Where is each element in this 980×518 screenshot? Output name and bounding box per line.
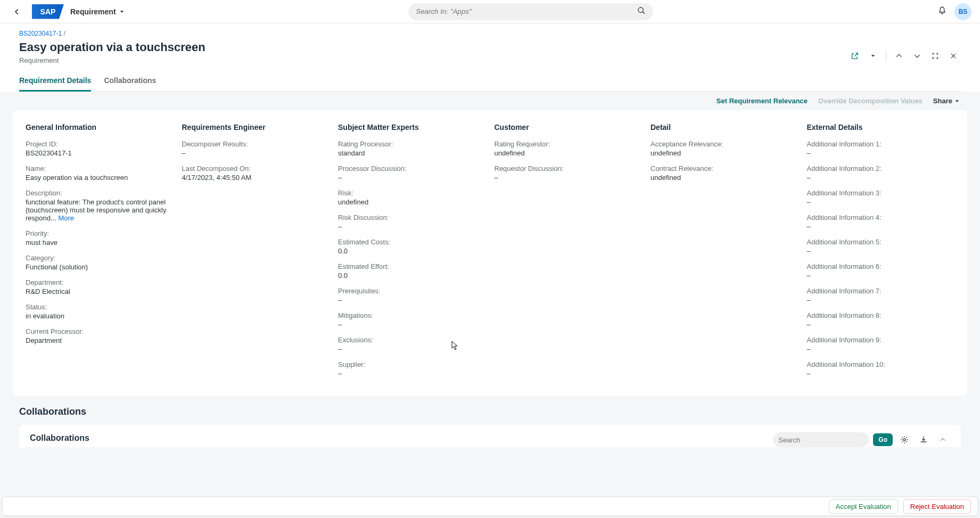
section-heading: Requirements Engineer	[182, 123, 330, 131]
field-label: Processor Discussion:	[338, 165, 486, 172]
field-label: Mitigations:	[338, 311, 486, 319]
field-value: in evaluation	[26, 312, 174, 320]
close-button[interactable]	[946, 48, 961, 63]
field-value: undefined	[650, 149, 798, 157]
more-link[interactable]: More	[58, 214, 74, 222]
avatar[interactable]: BS	[954, 3, 971, 20]
field-value: –	[807, 223, 955, 231]
field-label: Exclusions:	[338, 336, 486, 344]
field-label: Category:	[26, 254, 174, 262]
field-label: Department:	[26, 278, 174, 286]
breadcrumb-sep: /	[62, 30, 65, 37]
field-value: functional feature: The product's contro…	[26, 198, 174, 222]
collaborations-search[interactable]	[773, 432, 869, 447]
field-value: must have	[26, 239, 174, 246]
details-card: General Information Project ID:BS2023041…	[13, 110, 967, 396]
svg-point-0	[638, 7, 643, 12]
tab-collaborations[interactable]: Collaborations	[104, 71, 156, 91]
section-heading: External Details	[807, 123, 955, 131]
section-requirements-engineer: Requirements Engineer Decomposer Results…	[182, 123, 330, 385]
section-heading: Subject Matter Experts	[338, 123, 486, 131]
header-right: BS	[937, 3, 971, 20]
override-decomposition-link: Override Decomposition Values	[818, 97, 923, 105]
divider	[886, 51, 886, 61]
description-text: functional feature: The product's contro…	[26, 198, 166, 222]
field-label: Risk:	[338, 189, 486, 197]
field-label: Additional Information 6:	[807, 262, 955, 270]
section-external-details: External Details Additional Information …	[807, 123, 955, 385]
next-button[interactable]	[910, 48, 925, 63]
search-container	[125, 3, 937, 20]
breadcrumb-link[interactable]: BS20230417-1	[19, 30, 62, 37]
field-value: –	[807, 198, 955, 206]
previous-button[interactable]	[892, 48, 907, 63]
page-header: BS20230417-1 / Easy operation via a touc…	[0, 23, 980, 92]
field-value: –	[807, 174, 955, 182]
field-label: Requestor Discussion:	[495, 165, 643, 172]
share-action-button[interactable]	[847, 48, 862, 63]
tabs: Requirement Details Collaborations	[19, 71, 961, 92]
section-heading: General Information	[26, 123, 174, 131]
field-value: –	[338, 345, 486, 353]
chevron-up-icon	[895, 52, 903, 60]
field-value: –	[182, 149, 330, 157]
field-label: Additional Information 10:	[807, 360, 955, 368]
set-requirement-relevance-link[interactable]: Set Requirement Relevance	[717, 97, 808, 105]
back-button[interactable]	[9, 3, 26, 20]
shell-header: SAP Requirement BS	[0, 0, 980, 23]
field-label: Rating Requestor:	[495, 140, 643, 148]
page-subtitle: Requirement	[19, 56, 205, 64]
field-value: –	[807, 272, 955, 279]
collaborations-toolbar: Go	[30, 432, 950, 447]
field-label: Estimated Costs:	[338, 238, 486, 246]
field-label: Name:	[26, 165, 174, 172]
field-value: –	[807, 345, 955, 353]
settings-button[interactable]	[897, 432, 912, 447]
app-title-dropdown[interactable]: Requirement	[70, 7, 125, 16]
field-value: 0.0	[338, 247, 486, 255]
field-label: Priority:	[26, 229, 174, 237]
field-label: Additional Information 2:	[807, 165, 955, 172]
go-button[interactable]: Go	[873, 433, 893, 446]
field-label: Additional Information 9:	[807, 336, 955, 344]
field-label: Last Decomposed On:	[182, 165, 330, 172]
bell-icon	[937, 6, 947, 15]
share-dropdown[interactable]: Share	[933, 97, 960, 105]
field-value: Easy operation via a touchscreen	[26, 174, 174, 182]
field-label: Description:	[26, 189, 174, 197]
field-label: Additional Information 5:	[807, 238, 955, 246]
field-value: undefined	[338, 198, 486, 206]
section-heading: Detail	[650, 123, 798, 131]
field-value: –	[338, 369, 486, 377]
export-button[interactable]	[916, 432, 931, 447]
chevron-down-icon	[954, 98, 960, 104]
fullscreen-icon	[932, 52, 939, 60]
collaborations-section: Collaborations Collaborations Go	[13, 396, 967, 447]
search-box[interactable]	[408, 3, 653, 20]
notifications-button[interactable]	[937, 6, 947, 17]
share-dropdown-button[interactable]	[866, 48, 880, 63]
close-icon	[950, 52, 957, 60]
field-value: undefined	[650, 174, 798, 182]
fullscreen-button[interactable]	[928, 48, 943, 63]
field-label: Additional Information 8:	[807, 311, 955, 319]
field-value: Department	[26, 336, 174, 344]
page-title: Easy operation via a touchscreen	[19, 40, 205, 54]
section-customer: Customer Rating Requestor:undefined Requ…	[495, 123, 643, 385]
breadcrumb: BS20230417-1 /	[19, 30, 961, 37]
collaborations-search-input[interactable]	[778, 436, 868, 444]
field-value: 0.0	[338, 272, 486, 279]
field-value: Functional (solution)	[26, 263, 174, 271]
collapse-button[interactable]	[935, 432, 950, 447]
field-value: BS20230417-1	[26, 149, 174, 157]
search-icon[interactable]	[637, 6, 646, 17]
svg-point-4	[903, 439, 905, 441]
field-label: Acceptance Relevance:	[650, 140, 798, 148]
search-input[interactable]	[416, 7, 637, 15]
action-bar: Set Requirement Relevance Override Decom…	[13, 92, 967, 110]
tab-requirement-details[interactable]: Requirement Details	[19, 71, 91, 91]
sap-logo: SAP	[32, 4, 64, 19]
field-value: –	[338, 320, 486, 328]
collaborations-card: Collaborations Go	[19, 425, 961, 447]
field-label: Prerequisites:	[338, 287, 486, 295]
